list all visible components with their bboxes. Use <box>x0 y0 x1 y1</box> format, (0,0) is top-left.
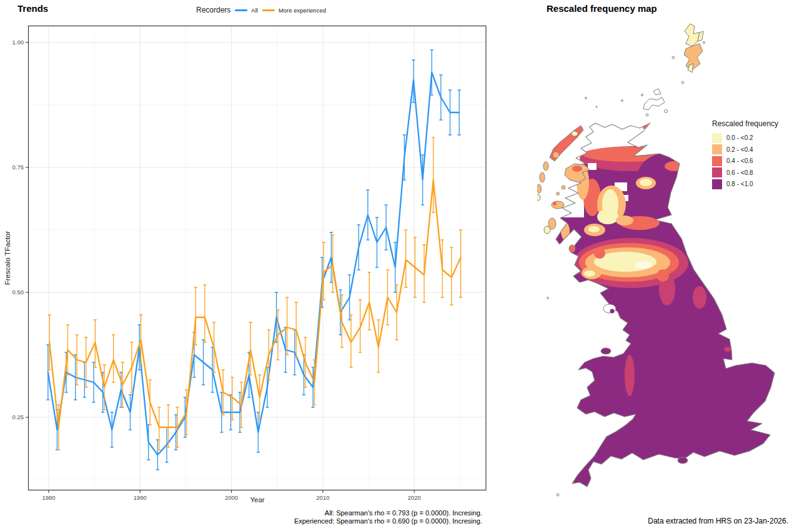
anglesey <box>601 348 611 354</box>
grid-major <box>29 26 487 490</box>
caption-all: All: Spearman's rho = 0.793 (p = 0.0000)… <box>294 509 482 517</box>
fair-isle <box>672 56 675 59</box>
map-legend-title: Rescaled frequency <box>712 120 787 129</box>
legend-swatch-icon <box>712 144 722 154</box>
islay <box>544 226 550 234</box>
svg-text:1.00: 1.00 <box>12 39 24 46</box>
map-legend: Rescaled frequency 0.0 - <0.20.2 - <0.40… <box>712 120 787 191</box>
legend-class-label: 0.6 - <0.8 <box>726 169 753 176</box>
legend-swatch-icon <box>712 167 722 177</box>
frequency-surface <box>537 0 812 500</box>
axis-ticks <box>26 42 414 493</box>
legend-class-label: 0.8 - <1.0 <box>726 181 753 187</box>
arran <box>569 245 575 252</box>
caption-experienced: Experienced: Spearman's rho = 0.690 (p =… <box>294 517 482 525</box>
map-legend-rows: 0.0 - <0.20.2 - <0.40.4 - <0.60.6 - <0.8… <box>712 133 787 189</box>
x-axis-label: Year <box>195 496 320 504</box>
isle-of-wight <box>678 457 688 464</box>
scilly <box>557 494 559 496</box>
figure-canvas: Trends Recorders All More experienced 19… <box>0 0 812 531</box>
legend-row-1: 0.2 - <0.4 <box>712 144 787 154</box>
legend-row-4: 0.8 - <1.0 <box>712 179 787 189</box>
shetland-islands <box>672 24 705 84</box>
svg-text:1980: 1980 <box>42 494 55 501</box>
panel-border <box>29 26 487 490</box>
legend-row-2: 0.4 - <0.6 <box>712 156 787 166</box>
map-caption: Data extracted from HRS on 23-Jan-2026. <box>648 517 788 525</box>
legend-swatch-icon <box>712 179 722 189</box>
gb-mainland <box>537 0 812 500</box>
spearman-captions: All: Spearman's rho = 0.793 (p = 0.0000)… <box>294 509 482 525</box>
legend-row-0: 0.0 - <0.2 <box>712 133 787 143</box>
legend-class-label: 0.2 - <0.4 <box>726 146 753 153</box>
y-axis-label: Frescalo TFactor <box>4 196 11 320</box>
legend-swatch-icon <box>712 133 722 143</box>
gb-frequency-map <box>537 0 812 531</box>
legend-swatch-icon <box>712 156 722 166</box>
legend-class-label: 0.4 - <0.6 <box>726 157 753 164</box>
legend-row-3: 0.6 - <0.8 <box>712 167 787 177</box>
grid-minor <box>29 26 487 490</box>
svg-text:1990: 1990 <box>134 494 147 501</box>
trend-line-all <box>48 72 459 455</box>
svg-text:0.75: 0.75 <box>12 164 24 171</box>
legend-class-label: 0.0 - <0.2 <box>726 134 753 141</box>
svg-text:2020: 2020 <box>408 494 421 501</box>
orkney-islands <box>585 89 668 116</box>
svg-text:0.50: 0.50 <box>12 289 24 295</box>
svg-text:0.25: 0.25 <box>12 414 24 420</box>
trends-plot: 198019902000201020200.250.500.751.00 <box>0 0 500 531</box>
